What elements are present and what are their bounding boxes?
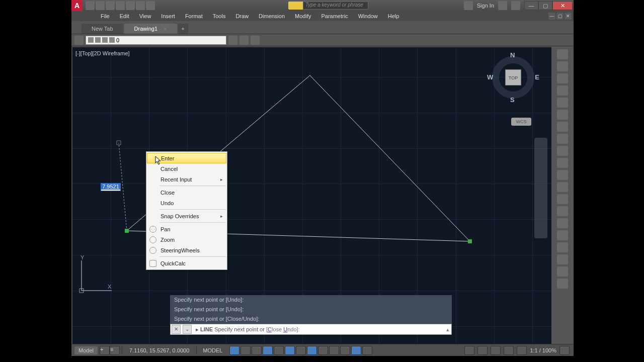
ctx-enter[interactable]: Enter [147,153,226,163]
tool-measure-icon[interactable] [557,266,568,277]
otrack-toggle-icon[interactable] [307,346,317,355]
command-line-input[interactable]: ✕ ⌄ ▸ LINE Specify next point or [Close … [170,324,452,335]
annotation-monitor-icon[interactable] [477,346,488,355]
ctx-close[interactable]: Close [146,187,227,198]
workspace-switch-icon[interactable] [464,346,474,355]
tab-add-button[interactable]: + [178,24,188,34]
menu-modify[interactable]: Modify [290,12,316,20]
dynamic-input-icon[interactable] [351,346,361,355]
menu-view[interactable]: View [134,12,156,20]
ctx-quickcalc[interactable]: QuickCalc [146,258,227,268]
tool-trim-icon[interactable] [557,170,568,180]
ctx-cancel[interactable]: Cancel [146,163,227,174]
qat-open-icon[interactable] [96,1,105,10]
tab-new[interactable]: New Tab [82,24,123,34]
units-icon[interactable] [491,346,501,355]
layout-list-icon[interactable]: ≡ [110,346,120,355]
layer-previous-icon[interactable] [251,36,260,45]
model-tab[interactable]: Model [74,346,98,354]
lineweight-toggle-icon[interactable] [318,346,328,355]
menu-format[interactable]: Format [180,12,208,20]
layout-add-icon[interactable]: + [100,346,110,355]
compass-north[interactable]: N [510,51,515,59]
quick-props-icon[interactable] [362,346,372,355]
osnap-toggle-icon[interactable] [285,346,295,355]
app-menu-icon[interactable]: A [71,0,83,11]
tool-rect-icon[interactable] [557,98,568,108]
isolate-objects-icon[interactable] [504,346,514,355]
compass-south[interactable]: S [510,96,515,104]
tool-copy-icon[interactable] [557,122,568,132]
menu-edit[interactable]: Edit [115,12,134,20]
exchange-apps-icon[interactable] [498,1,507,10]
doc-minimize-icon[interactable]: — [548,13,555,20]
menu-window[interactable]: Window [353,12,383,20]
viewcube-top-face[interactable]: TOP [505,69,521,85]
dynamic-distance-input[interactable]: 7.9521 [101,183,121,191]
tool-arc-icon[interactable] [557,85,568,96]
tool-rotate-icon[interactable] [557,134,568,144]
snap-toggle-icon[interactable] [240,346,251,355]
tool-circle-icon[interactable] [557,73,568,83]
doc-restore-icon[interactable]: ▢ [556,13,564,20]
tool-erase-icon[interactable] [557,230,568,240]
ctx-recent-input[interactable]: Recent Input [146,174,227,185]
cmdline-close-icon[interactable]: ✕ [172,325,181,334]
tool-move-icon[interactable] [557,110,568,120]
ctx-steeringwheels[interactable]: SteeringWheels [146,245,227,255]
ctx-undo[interactable]: Undo [146,198,227,208]
qat-saveas-icon[interactable] [116,1,125,10]
qat-plot-icon[interactable] [126,1,135,10]
compass-west[interactable]: W [487,73,493,81]
exchange-icon[interactable] [464,1,473,10]
layer-dropdown[interactable]: 0 [86,36,226,45]
tab-drawing1[interactable]: Drawing1× [124,24,177,34]
drawing-canvas[interactable]: [-][Top][2D Wireframe] 7.9521 Enter Canc… [72,47,551,344]
ortho-toggle-icon[interactable] [252,346,262,355]
tool-line-icon[interactable] [557,49,568,59]
menu-help[interactable]: Help [383,12,405,20]
transparency-toggle-icon[interactable] [329,346,339,355]
layer-states-icon[interactable] [228,36,237,45]
menu-tools[interactable]: Tools [208,12,231,20]
qat-undo-icon[interactable] [136,1,145,10]
menu-insert[interactable]: Insert [156,12,180,20]
view-cube[interactable]: N S E W TOP [488,52,538,103]
wcs-dropdown[interactable]: WCS [511,118,531,126]
doc-close-icon[interactable]: ✕ [565,13,572,20]
qat-new-icon[interactable] [86,1,95,10]
close-button[interactable]: ✕ [552,1,573,10]
qat-save-icon[interactable] [106,1,115,10]
tab-close-icon[interactable]: × [164,26,167,32]
tool-polyline-icon[interactable] [557,61,568,71]
cmdline-options-icon[interactable]: ⌄ [183,325,192,334]
coordinate-display[interactable]: 7.1160, 15.5267, 0.0000 [124,347,194,353]
tool-fillet-icon[interactable] [557,194,568,204]
tool-hatch-icon[interactable] [557,242,568,252]
tool-scale-icon[interactable] [557,158,568,168]
model-space-toggle[interactable]: MODEL [199,347,226,353]
menu-file[interactable]: File [96,12,115,20]
menu-parametric[interactable]: Parametric [316,12,353,20]
tool-offset-icon[interactable] [557,206,568,216]
cmdline-recent-icon[interactable]: ▴ [444,326,451,333]
tool-array-icon[interactable] [557,218,568,228]
tool-extend-icon[interactable] [557,182,568,192]
customize-status-icon[interactable] [559,346,570,355]
tool-mirror-icon[interactable] [557,146,568,156]
grid-toggle-icon[interactable] [229,346,239,355]
isodraft-toggle-icon[interactable] [274,346,284,355]
compass-east[interactable]: E [535,73,539,81]
sign-in-link[interactable]: Sign In [477,3,494,9]
ctx-zoom[interactable]: Zoom [146,234,227,245]
minimize-button[interactable]: — [524,1,538,10]
menu-dimension[interactable]: Dimension [254,12,290,20]
tool-text-icon[interactable] [557,254,568,264]
selection-cycling-icon[interactable] [340,346,350,355]
hardware-accel-icon[interactable] [517,346,527,355]
annotation-scale[interactable]: 1:1 / 100% [530,347,556,353]
help-search-input[interactable]: Type a keyword or phrase [303,2,368,10]
navigation-bar[interactable] [534,138,547,238]
qat-redo-icon[interactable] [146,1,155,10]
ctx-snap-overrides[interactable]: Snap Overrides [146,211,227,221]
